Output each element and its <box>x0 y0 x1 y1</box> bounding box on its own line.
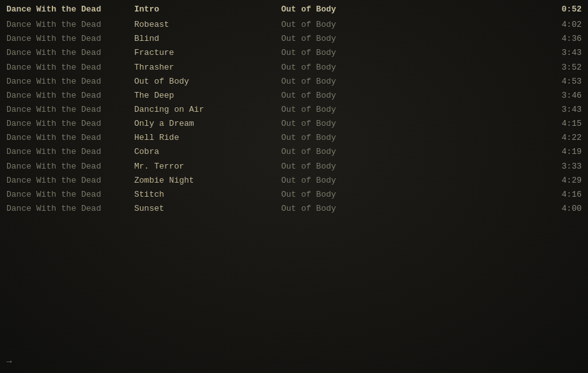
track-duration: 3:52 <box>543 61 582 74</box>
track-spacer <box>358 202 543 215</box>
track-list: Dance With the Dead Intro Out of Body 0:… <box>0 0 588 218</box>
track-spacer <box>358 174 543 187</box>
track-album: Out of Body <box>281 146 358 158</box>
track-album: Out of Body <box>281 132 358 144</box>
track-title: Thrasher <box>134 61 281 74</box>
track-row[interactable]: Dance With the DeadCobraOut of Body4:19 <box>0 145 588 159</box>
track-spacer <box>358 89 543 102</box>
track-row[interactable]: Dance With the DeadRobeastOut of Body4:0… <box>0 18 588 32</box>
track-row[interactable]: Dance With the DeadSunsetOut of Body4:00 <box>0 202 588 216</box>
track-row[interactable]: Dance With the DeadBlindOut of Body4:36 <box>0 32 588 46</box>
track-row[interactable]: Dance With the DeadFractureOut of Body3:… <box>0 46 588 60</box>
track-row[interactable]: Dance With the DeadZombie NightOut of Bo… <box>0 174 588 188</box>
track-duration: 4:29 <box>543 174 582 187</box>
track-duration: 3:33 <box>543 160 582 173</box>
track-spacer <box>358 33 543 45</box>
track-spacer <box>358 75 543 88</box>
track-row[interactable]: Dance With the DeadStitchOut of Body4:16 <box>0 188 588 202</box>
header-artist: Dance With the Dead <box>6 3 134 16</box>
track-artist: Dance With the Dead <box>6 47 134 59</box>
track-duration: 3:46 <box>543 89 582 102</box>
track-title: Mr. Terror <box>134 160 281 173</box>
track-spacer <box>358 19 543 31</box>
track-spacer <box>358 61 543 74</box>
track-duration: 4:00 <box>543 202 582 215</box>
track-album: Out of Body <box>281 202 358 215</box>
track-artist: Dance With the Dead <box>6 61 134 74</box>
track-artist: Dance With the Dead <box>6 103 134 116</box>
track-artist: Dance With the Dead <box>6 33 134 45</box>
track-artist: Dance With the Dead <box>6 160 134 173</box>
track-title: Robeast <box>134 19 281 31</box>
track-spacer <box>358 47 543 59</box>
track-title: Sunset <box>134 202 281 215</box>
track-album: Out of Body <box>281 160 358 173</box>
track-artist: Dance With the Dead <box>6 188 134 201</box>
track-album: Out of Body <box>281 61 358 74</box>
track-duration: 3:43 <box>543 103 582 116</box>
track-album: Out of Body <box>281 174 358 187</box>
track-title: Out of Body <box>134 75 281 88</box>
track-spacer <box>358 103 543 116</box>
track-duration: 3:43 <box>543 47 582 59</box>
track-duration: 4:19 <box>543 146 582 158</box>
track-album: Out of Body <box>281 33 358 45</box>
track-spacer <box>358 146 543 158</box>
bottom-arrow: → <box>6 356 12 367</box>
track-title: The Deep <box>134 89 281 102</box>
track-row[interactable]: Dance With the DeadDancing on AirOut of … <box>0 103 588 117</box>
track-album: Out of Body <box>281 89 358 102</box>
track-spacer <box>358 160 543 173</box>
track-album: Out of Body <box>281 188 358 201</box>
track-title: Hell Ride <box>134 132 281 144</box>
track-album: Out of Body <box>281 118 358 130</box>
track-album: Out of Body <box>281 47 358 59</box>
track-duration: 4:22 <box>543 132 582 144</box>
track-duration: 4:36 <box>543 33 582 45</box>
track-title: Stitch <box>134 188 281 201</box>
track-title: Cobra <box>134 146 281 158</box>
track-title: Fracture <box>134 47 281 59</box>
track-duration: 4:15 <box>543 118 582 130</box>
track-duration: 4:53 <box>543 75 582 88</box>
track-album: Out of Body <box>281 75 358 88</box>
track-row[interactable]: Dance With the DeadHell RideOut of Body4… <box>0 131 588 145</box>
track-artist: Dance With the Dead <box>6 19 134 31</box>
track-title: Blind <box>134 33 281 45</box>
track-artist: Dance With the Dead <box>6 89 134 102</box>
track-title: Only a Dream <box>134 118 281 130</box>
track-title: Zombie Night <box>134 174 281 187</box>
track-row[interactable]: Dance With the DeadOnly a DreamOut of Bo… <box>0 117 588 131</box>
track-album: Out of Body <box>281 103 358 116</box>
track-spacer <box>358 188 543 201</box>
header-album: Out of Body <box>281 3 358 16</box>
track-row[interactable]: Dance With the DeadThrasherOut of Body3:… <box>0 61 588 75</box>
track-duration: 4:16 <box>543 188 582 201</box>
track-artist: Dance With the Dead <box>6 146 134 158</box>
track-artist: Dance With the Dead <box>6 174 134 187</box>
track-spacer <box>358 132 543 144</box>
track-title: Dancing on Air <box>134 103 281 116</box>
track-artist: Dance With the Dead <box>6 132 134 144</box>
header-title: Intro <box>134 3 281 16</box>
track-artist: Dance With the Dead <box>6 75 134 88</box>
track-list-header: Dance With the Dead Intro Out of Body 0:… <box>0 3 588 17</box>
track-spacer <box>358 118 543 130</box>
track-row[interactable]: Dance With the DeadOut of BodyOut of Bod… <box>0 75 588 89</box>
track-row[interactable]: Dance With the DeadThe DeepOut of Body3:… <box>0 89 588 103</box>
track-duration: 4:02 <box>543 19 582 31</box>
track-row[interactable]: Dance With the DeadMr. TerrorOut of Body… <box>0 160 588 174</box>
track-album: Out of Body <box>281 19 358 31</box>
header-duration: 0:52 <box>543 3 582 16</box>
track-artist: Dance With the Dead <box>6 118 134 130</box>
header-spacer <box>358 3 543 16</box>
track-artist: Dance With the Dead <box>6 202 134 215</box>
